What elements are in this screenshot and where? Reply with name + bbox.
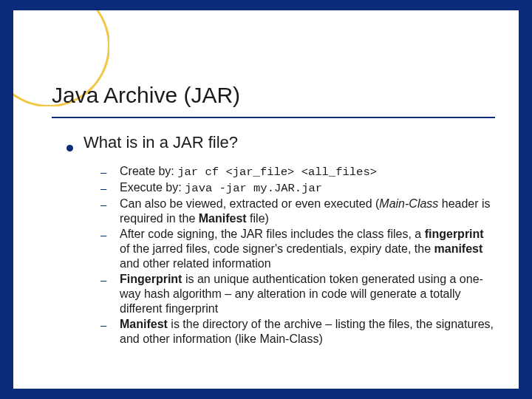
slide-body: What is in a JAR file? –Create by: jar c…	[66, 133, 494, 347]
list-item: –Manifest is the directory of the archiv…	[100, 317, 494, 347]
dash-bullet-icon: –	[100, 227, 120, 242]
list-item: –After code signing, the JAR files inclu…	[100, 227, 494, 271]
list-item: –Can also be viewed, extracted or even e…	[100, 197, 494, 226]
bullet-level1: What is in a JAR file?	[66, 133, 494, 152]
dash-bullet-icon: –	[100, 317, 120, 332]
dash-bullet-icon: –	[100, 197, 120, 212]
code-span: java -jar my.JAR.jar	[185, 182, 322, 195]
dash-bullet-icon: –	[100, 272, 120, 287]
code-span: jar cf <jar_file> <all_files>	[177, 166, 377, 179]
bullet-disc-icon	[66, 145, 73, 151]
dash-bullet-icon: –	[100, 164, 120, 180]
list-item: –Fingerprint is an unique authentication…	[100, 272, 494, 316]
list-item-text: Create by: jar cf <jar_file> <all_files>	[120, 164, 377, 180]
dash-bullet-icon: –	[100, 180, 120, 196]
list-item-text: After code signing, the JAR files includ…	[120, 227, 494, 271]
list-item-text: Can also be viewed, extracted or even ex…	[120, 197, 494, 226]
level2-list: –Create by: jar cf <jar_file> <all_files…	[100, 164, 494, 347]
list-item-text: Manifest is the directory of the archive…	[120, 317, 494, 347]
list-item-text: Execute by: java -jar my.JAR.jar	[120, 180, 322, 196]
slide-title: Java Archive (JAR)	[52, 83, 240, 108]
title-underline	[52, 117, 495, 118]
level1-text: What is in a JAR file?	[83, 133, 238, 152]
list-item-text: Fingerprint is an unique authentication …	[120, 272, 494, 316]
list-item: –Execute by: java -jar my.JAR.jar	[100, 180, 494, 196]
list-item: –Create by: jar cf <jar_file> <all_files…	[100, 164, 494, 180]
slide: Java Archive (JAR) What is in a JAR file…	[13, 10, 519, 389]
